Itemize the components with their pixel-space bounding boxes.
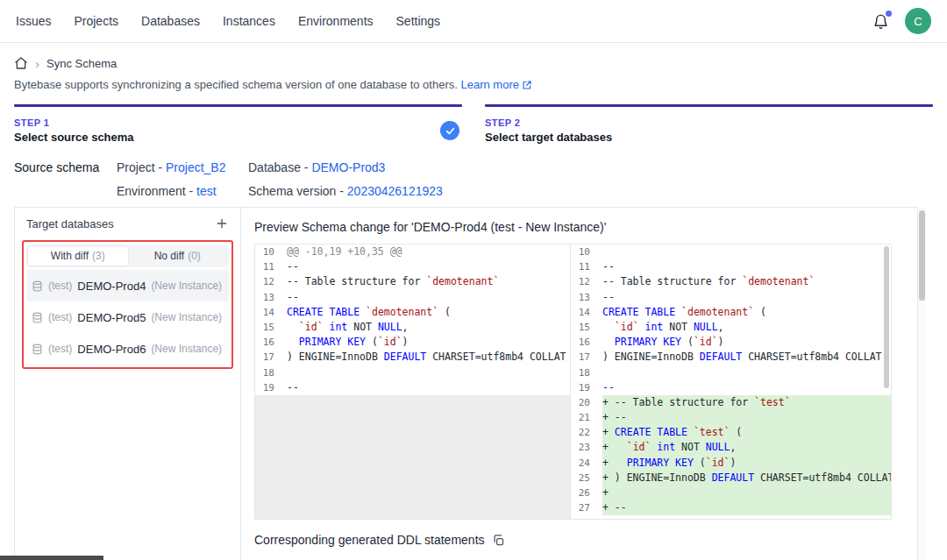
diff-line: 13-- [255, 290, 570, 305]
step-complete-check-icon [440, 121, 459, 140]
nav-item-databases[interactable]: Databases [141, 14, 200, 28]
tab-label: No diff [154, 250, 184, 262]
database-link[interactable]: DEMO-Prod3 [311, 160, 385, 174]
tab-count: (0) [188, 250, 201, 262]
line-number: 21 [571, 410, 602, 425]
add-target-database-button[interactable] [215, 216, 229, 230]
nav-item-environments[interactable]: Environments [298, 14, 374, 28]
diff-line: 12-- Table structure for `demotenant` [571, 274, 891, 289]
step-2-number: STEP 2 [485, 117, 933, 128]
code-text: -- [287, 290, 570, 305]
diff-line: 12-- Table structure for `demotenant` [255, 274, 570, 289]
database-suffix: (New Instance) [151, 280, 222, 292]
line-number: 15 [571, 320, 602, 335]
tab-with-diff[interactable]: With diff(3) [28, 246, 128, 266]
diff-line: 24+ PRIMARY KEY (`id`) [571, 456, 891, 471]
line-number: 16 [255, 335, 287, 350]
tab-no-diff[interactable]: No diff(0) [128, 246, 228, 266]
plus-icon [215, 216, 229, 230]
top-nav: IssuesProjectsDatabasesInstancesEnvironm… [0, 0, 947, 43]
intro-text: Bytebase supports synchronizing a specif… [14, 78, 458, 91]
target-database-row[interactable]: (test)DEMO-Prod6(New Instance) [26, 333, 229, 365]
diff-pane-modified: 1011--12-- Table structure for `demotena… [571, 245, 891, 519]
database-name: DEMO-Prod6 [77, 343, 146, 356]
code-text: -- [287, 259, 570, 274]
code-text: `id` int NOT NULL, [602, 320, 891, 335]
source-schema-label: Source schema [14, 160, 117, 198]
database-label: Database - [248, 160, 311, 174]
diff-left-filler [255, 395, 570, 519]
diff-editor[interactable]: 10@@ -10,19 +10,35 @@11--12-- Table stru… [254, 244, 892, 520]
avatar[interactable]: C [905, 8, 931, 34]
learn-more-link[interactable]: Learn more [460, 78, 518, 91]
diff-line: 26+ [571, 486, 891, 500]
diff-line: 11-- [571, 259, 891, 274]
code-text [602, 245, 891, 259]
step-1-number: STEP 1 [14, 117, 462, 128]
code-text: -- [602, 259, 891, 274]
code-text: `id` int NOT NULL, [287, 320, 570, 335]
step-2: STEP 2 Select target databases [485, 104, 933, 144]
home-icon[interactable] [14, 56, 28, 70]
diff-line: 18 [255, 365, 570, 380]
target-database-row[interactable]: (test)DEMO-Prod5(New Instance) [26, 301, 229, 333]
page-scrollbar-thumb[interactable] [919, 210, 925, 301]
database-environment: (test) [48, 311, 72, 323]
step-1-bar [14, 104, 462, 107]
code-text: + `id` int NOT NULL, [602, 440, 891, 455]
diff-scrollbar[interactable] [884, 246, 889, 388]
copy-ddl-button[interactable] [492, 534, 505, 547]
line-number: 19 [571, 380, 602, 395]
ddl-statements-label: Corresponding generated DDL statements [254, 533, 485, 547]
step-1: STEP 1 Select source schema [14, 104, 462, 144]
external-link-icon [522, 80, 532, 93]
notifications-button[interactable] [871, 11, 891, 32]
nav-item-issues[interactable]: Issues [16, 14, 51, 28]
target-database-list: (test)DEMO-Prod4(New Instance)(test)DEMO… [26, 270, 229, 365]
code-text: + [602, 486, 891, 500]
source-schema-section: Source schema Project - Project_B2 Datab… [14, 160, 933, 198]
nav-item-settings[interactable]: Settings [396, 14, 441, 28]
diff-line: 17) ENGINE=InnoDB DEFAULT CHARSET=utf8mb… [571, 350, 891, 365]
code-text: -- Table structure for `demotenant` [602, 274, 891, 289]
diff-line: 14CREATE TABLE `demotenant` ( [571, 305, 891, 320]
line-number: 24 [571, 456, 602, 471]
environment-link[interactable]: test [196, 184, 217, 198]
source-database: Database - DEMO-Prod3 [248, 160, 443, 174]
horizontal-scrollbar-thumb[interactable] [0, 556, 103, 560]
diff-line: 19-- [571, 380, 891, 395]
tab-label: With diff [51, 250, 89, 262]
diff-line: 27+ -- [571, 500, 891, 515]
code-text: PRIMARY KEY (`id`) [602, 335, 891, 350]
preview-section: Preview Schema change for 'DEMO-Prod4 (t… [241, 208, 917, 560]
line-number: 10 [571, 245, 602, 259]
target-database-row[interactable]: (test)DEMO-Prod4(New Instance) [26, 270, 229, 301]
line-number: 19 [255, 380, 287, 395]
ddl-statements-row: Corresponding generated DDL statements [254, 533, 904, 547]
diff-line: 10 [571, 245, 891, 259]
database-icon [32, 280, 43, 292]
line-number: 20 [571, 395, 602, 410]
source-version: Schema version - 20230426121923 [248, 184, 443, 198]
notification-dot [886, 11, 892, 17]
diff-line: 13-- [571, 290, 891, 305]
diff-line: 25+ ) ENGINE=InnoDB DEFAULT CHARSET=utf8… [571, 471, 891, 486]
tab-count: (3) [92, 250, 105, 262]
diff-line: 19-- [255, 380, 570, 395]
diff-line: 14CREATE TABLE `demotenant` ( [255, 305, 570, 320]
page-scrollbar[interactable] [918, 208, 926, 560]
line-number: 15 [255, 320, 287, 335]
environment-label: Environment - [117, 184, 196, 198]
code-text: -- [602, 290, 891, 305]
nav-item-projects[interactable]: Projects [74, 14, 118, 28]
nav-item-instances[interactable]: Instances [223, 14, 275, 28]
diff-line: 18 [571, 365, 891, 380]
schema-version-link[interactable]: 20230426121923 [347, 184, 443, 198]
diff-line: 22+ CREATE TABLE `test` ( [571, 425, 891, 440]
project-label: Project - [117, 160, 166, 174]
code-text: -- [602, 380, 891, 395]
target-selector-highlight: With diff(3)No diff(0) (test)DEMO-Prod4(… [22, 240, 233, 369]
code-text: ) ENGINE=InnoDB DEFAULT CHARSET=utf8mb4 … [287, 350, 570, 365]
project-link[interactable]: Project_B2 [166, 160, 225, 174]
code-text: + CREATE TABLE `test` ( [602, 425, 891, 440]
